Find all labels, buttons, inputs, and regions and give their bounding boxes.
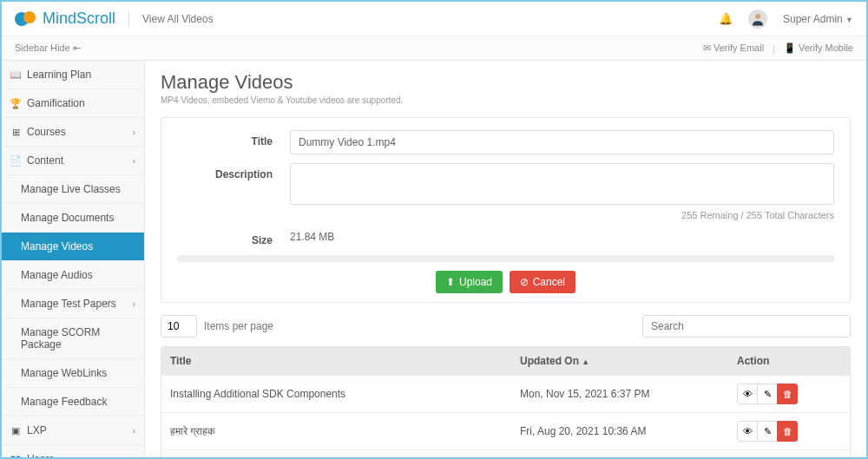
description-label: Description bbox=[177, 163, 290, 220]
svg-point-0 bbox=[755, 14, 760, 19]
sidebar-item-manage-videos[interactable]: Manage Videos bbox=[2, 233, 144, 261]
caret-down-icon: ▼ bbox=[845, 16, 853, 24]
sidebar-item-manage-scorm-package[interactable]: Manage SCORM Package bbox=[2, 318, 144, 359]
logo-icon bbox=[15, 11, 39, 27]
page-subtitle: MP4 Videos, embeded Viemo & Youtube vide… bbox=[161, 95, 851, 105]
sidebar: 📖Learning Plan🏆Gamification⊞Courses›📄Con… bbox=[2, 61, 145, 457]
verify-mobile-link[interactable]: 📱 Verify Mobile bbox=[784, 43, 853, 54]
size-label: Size bbox=[177, 229, 290, 246]
cell-title: हमारे ग्राहक bbox=[161, 417, 511, 445]
sidebar-item-label: Learning Plan bbox=[27, 69, 91, 81]
sidebar-item-label: Content bbox=[27, 154, 63, 167]
sidebar-item-manage-live-classes[interactable]: Manage Live Classes bbox=[2, 175, 144, 204]
sidebar-item-lxp[interactable]: ▣LXP› bbox=[2, 416, 144, 445]
chevron-right-icon: › bbox=[133, 128, 135, 137]
cell-action: 👁✎🗑 bbox=[728, 413, 850, 449]
cell-updated: Fri, Aug 20, 2021 10:36 AM bbox=[511, 417, 728, 445]
user-menu[interactable]: Super Admin ▼ bbox=[783, 13, 853, 25]
sidebar-item-label: LXP bbox=[27, 424, 47, 436]
col-action: Action bbox=[728, 347, 850, 375]
cell-title: कंपनी में आपका स्वागत है bbox=[161, 455, 511, 457]
char-counter: 255 Remaing / 255 Total Characters bbox=[290, 210, 834, 220]
cancel-button[interactable]: ⊘ Cancel bbox=[510, 271, 575, 293]
description-textarea[interactable] bbox=[290, 163, 834, 205]
cell-title: Installing Additional SDK Components bbox=[161, 380, 511, 408]
view-all-videos-link[interactable]: View All Videos bbox=[142, 13, 214, 25]
sidebar-item-manage-feedback[interactable]: Manage Feedback bbox=[2, 388, 144, 416]
sidebar-item-label: Manage Audios bbox=[21, 269, 93, 281]
sidebar-icon: ⊞ bbox=[10, 127, 21, 138]
col-title[interactable]: Title bbox=[161, 347, 511, 375]
sidebar-item-label: Manage Videos bbox=[21, 240, 93, 252]
col-updated-on[interactable]: Updated On ▲ bbox=[511, 347, 728, 375]
chevron-right-icon: › bbox=[133, 426, 135, 436]
brand-logo[interactable]: MindScroll bbox=[15, 10, 115, 28]
sidebar-item-manage-weblinks[interactable]: Manage WebLinks bbox=[2, 359, 144, 388]
delete-button[interactable]: 🗑 bbox=[777, 421, 798, 442]
view-button[interactable]: 👁 bbox=[737, 384, 758, 404]
edit-button[interactable]: ✎ bbox=[757, 421, 778, 442]
cell-action: 👁✎🗑 bbox=[728, 450, 850, 457]
videos-table: Title Updated On ▲ Action Installing Add… bbox=[161, 346, 851, 457]
avatar[interactable] bbox=[748, 10, 767, 29]
upload-form: Title Description 255 Remaing / 255 Tota… bbox=[161, 117, 851, 303]
sidebar-item-users[interactable]: 👥Users› bbox=[2, 445, 144, 457]
sidebar-item-manage-audios[interactable]: Manage Audios bbox=[2, 261, 144, 290]
sidebar-item-label: Manage Live Classes bbox=[21, 183, 121, 195]
cell-action: 👁✎🗑 bbox=[728, 376, 850, 412]
sidebar-item-label: Users bbox=[27, 453, 54, 457]
trash-icon: 🗑 bbox=[783, 389, 792, 399]
cell-updated: Mon, Nov 15, 2021 6:37 PM bbox=[511, 380, 728, 408]
verify-email-link[interactable]: ✉ Verify Email bbox=[703, 43, 764, 54]
sidebar-item-label: Courses bbox=[27, 126, 66, 138]
sidebar-item-content[interactable]: 📄Content› bbox=[2, 147, 144, 175]
sidebar-item-label: Manage Feedback bbox=[21, 396, 107, 408]
search-input[interactable] bbox=[642, 315, 851, 338]
sidebar-hide-toggle[interactable]: Sidebar Hide ⇤ bbox=[15, 43, 81, 54]
table-row: कंपनी में आपका स्वागत हैFri, Aug 20, 202… bbox=[161, 449, 850, 457]
divider bbox=[128, 11, 129, 27]
cell-updated: Fri, Aug 20, 2021 10:35 AM bbox=[511, 455, 728, 457]
upload-icon: ⬆ bbox=[446, 276, 455, 288]
progress-bar bbox=[177, 255, 834, 262]
page-title: Manage Videos bbox=[161, 71, 851, 94]
divider: | bbox=[773, 43, 775, 54]
size-value: 21.84 MB bbox=[290, 229, 834, 246]
eye-icon: 👁 bbox=[743, 389, 753, 399]
sidebar-item-manage-test-papers[interactable]: Manage Test Papers› bbox=[2, 290, 144, 318]
view-button[interactable]: 👁 bbox=[737, 421, 758, 442]
brand-text: MindScroll bbox=[43, 10, 115, 28]
trash-icon: 🗑 bbox=[783, 426, 792, 436]
sidebar-item-label: Gamification bbox=[27, 97, 85, 109]
items-per-page-label: Items per page bbox=[204, 320, 273, 332]
sidebar-icon: 🏆 bbox=[10, 98, 21, 109]
title-input[interactable] bbox=[290, 130, 834, 154]
cancel-icon: ⊘ bbox=[520, 276, 529, 288]
sidebar-item-label: Manage Test Papers bbox=[21, 298, 116, 310]
title-label: Title bbox=[177, 130, 290, 154]
sidebar-icon: 📖 bbox=[10, 69, 21, 81]
edit-button[interactable]: ✎ bbox=[757, 384, 778, 404]
sidebar-icon: ▣ bbox=[10, 425, 21, 436]
sidebar-item-courses[interactable]: ⊞Courses› bbox=[2, 118, 144, 147]
pencil-icon: ✎ bbox=[764, 389, 772, 400]
items-per-page-input[interactable] bbox=[161, 315, 197, 338]
main-content: Manage Videos MP4 Videos, embeded Viemo … bbox=[145, 61, 866, 457]
table-row: Installing Additional SDK ComponentsMon,… bbox=[161, 375, 850, 412]
chevron-right-icon: › bbox=[133, 455, 135, 458]
sidebar-item-label: Manage WebLinks bbox=[21, 367, 107, 379]
sidebar-item-gamification[interactable]: 🏆Gamification bbox=[2, 89, 144, 118]
sidebar-item-manage-documents[interactable]: Manage Documents bbox=[2, 204, 144, 233]
eye-icon: 👁 bbox=[743, 426, 753, 436]
bell-icon[interactable]: 🔔 bbox=[719, 12, 733, 25]
table-row: हमारे ग्राहकFri, Aug 20, 2021 10:36 AM👁✎… bbox=[161, 412, 850, 449]
table-header: Title Updated On ▲ Action bbox=[161, 347, 850, 375]
user-avatar-icon bbox=[750, 11, 766, 27]
sidebar-item-learning-plan[interactable]: 📖Learning Plan bbox=[2, 61, 144, 89]
pencil-icon: ✎ bbox=[764, 426, 772, 437]
sidebar-icon: 📄 bbox=[10, 155, 21, 167]
sidebar-icon: 👥 bbox=[10, 454, 21, 458]
upload-button[interactable]: ⬆ Upload bbox=[436, 271, 503, 293]
sidebar-item-label: Manage SCORM Package bbox=[21, 326, 135, 351]
delete-button[interactable]: 🗑 bbox=[777, 384, 798, 404]
